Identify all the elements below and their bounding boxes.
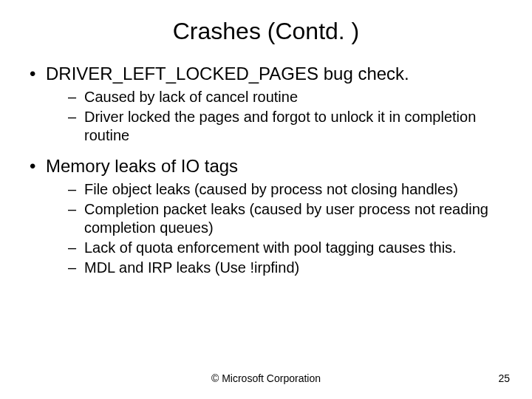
sub-bullet-item: File object leaks (caused by process not… — [46, 180, 502, 199]
sub-bullet-list: File object leaks (caused by process not… — [46, 180, 502, 277]
footer-copyright: © Microsoft Corporation — [0, 372, 532, 384]
sub-bullet-item: Caused by lack of cancel routine — [46, 88, 502, 106]
slide-content: DRIVER_LEFT_LOCKED_PAGES bug check. Caus… — [0, 45, 532, 277]
sub-bullet-list: Caused by lack of cancel routine Driver … — [46, 88, 502, 145]
sub-bullet-item: Driver locked the pages and forgot to un… — [46, 108, 502, 145]
bullet-text: Memory leaks of IO tags — [46, 156, 238, 176]
sub-bullet-item: Completion packet leaks (caused by user … — [46, 200, 502, 237]
sub-bullet-item: Lack of quota enforcement with pool tagg… — [46, 239, 502, 257]
bullet-text: DRIVER_LEFT_LOCKED_PAGES bug check. — [46, 64, 409, 83]
sub-bullet-item: MDL and IRP leaks (Use !irpfind) — [46, 259, 502, 277]
bullet-item: Memory leaks of IO tags File object leak… — [30, 155, 502, 277]
slide-title: Crashes (Contd. ) — [0, 0, 532, 45]
bullet-list: DRIVER_LEFT_LOCKED_PAGES bug check. Caus… — [30, 63, 502, 277]
bullet-item: DRIVER_LEFT_LOCKED_PAGES bug check. Caus… — [30, 63, 502, 145]
slide: Crashes (Contd. ) DRIVER_LEFT_LOCKED_PAG… — [0, 0, 532, 399]
footer-page-number: 25 — [498, 372, 510, 384]
